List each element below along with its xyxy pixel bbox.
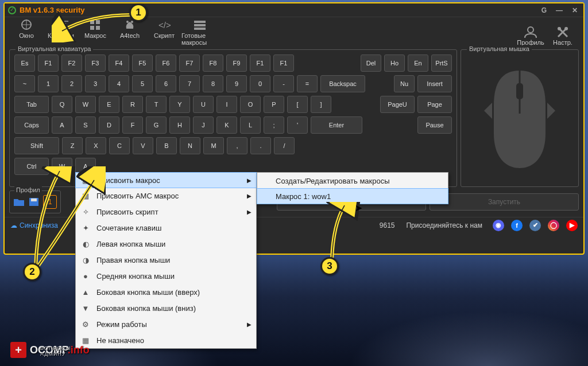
key-9[interactable]: 9 [226,75,247,92]
key-f7[interactable]: F7 [179,54,200,72]
save-icon[interactable] [28,197,40,207]
key-[[interactable]: [ [287,96,308,113]
key-5[interactable]: 5 [132,75,153,92]
key-n[interactable]: N [180,137,200,154]
help-button[interactable]: G [539,6,549,14]
key-6[interactable]: 6 [156,75,176,92]
key-~[interactable]: ~ [14,75,35,92]
key-pause[interactable]: Pause [417,116,452,134]
key-x[interactable]: X [86,137,106,154]
menu-item[interactable]: ◑Правая кнопка мыши [76,252,256,268]
key-8[interactable]: 8 [203,75,223,92]
key-f5[interactable]: F5 [132,54,153,72]
key-b[interactable]: B [156,137,177,154]
discord-icon[interactable]: ◉ [493,220,504,231]
settings-button[interactable]: Настр. [547,25,579,46]
key-t[interactable]: T [146,96,167,113]
key-,[interactable]: , [227,137,247,154]
key-o[interactable]: O [240,96,261,113]
key-u[interactable]: U [193,96,214,113]
script-button[interactable]: </>Скрипт [147,18,181,46]
youtube-icon[interactable]: ▶ [566,220,578,231]
key-prts[interactable]: PrtS [431,54,452,72]
key-c[interactable]: C [109,137,130,154]
key-ctrl[interactable]: Ctrl [14,158,49,175]
menu-item[interactable]: ◐Левая кнопка мыши [76,236,256,252]
key-g[interactable]: G [146,116,167,134]
profile-number[interactable]: 1 [43,195,57,209]
key-'[interactable]: ' [287,116,308,134]
key-insert[interactable]: Insert [417,75,452,92]
key-4[interactable]: 4 [109,75,129,92]
key-f[interactable]: F [122,116,143,134]
key-=[interactable]: = [297,75,318,92]
key-nu[interactable]: Nu [394,75,415,92]
macro-button[interactable]: Макрос [78,18,113,46]
key-w[interactable]: W [75,96,96,113]
menu-item[interactable]: ✦Сочетание клавиш [76,220,256,236]
key--[interactable]: - [273,75,294,92]
key-pageu[interactable]: PageU [380,96,415,113]
key-f1[interactable]: F1 [250,54,270,72]
facebook-icon[interactable]: f [511,220,523,231]
key-f9[interactable]: F9 [226,54,247,72]
key-j[interactable]: J [193,116,214,134]
mouse-graphic[interactable] [474,59,566,174]
sync-link[interactable]: ☁ Синхрониза [10,221,58,229]
key-r[interactable]: R [122,96,143,113]
menu-item[interactable]: ✧Присвоить скрипт▶ [76,204,256,220]
key-shift[interactable]: Shift [14,137,59,154]
key-y[interactable]: Y [169,96,190,113]
key-3[interactable]: 3 [85,75,106,92]
menu-item[interactable]: ●Средняя кнопка мыши [76,268,256,284]
key-v[interactable]: V [133,137,153,154]
key-f6[interactable]: F6 [156,54,176,72]
ready-macros-button[interactable]: Готовые макросы [181,18,218,46]
key-es[interactable]: Es [14,54,35,72]
menu-item[interactable]: ▲Боковая кнопка мыши (вверх) [76,284,256,300]
key-d[interactable]: D [99,116,119,134]
menu-item[interactable]: ⚙Режим работы▶ [76,316,256,332]
menu-item[interactable]: ▦Не назначено [76,332,256,348]
key-f1[interactable]: F1 [38,54,59,72]
key-f4[interactable]: F4 [109,54,129,72]
key-page[interactable]: Page [417,96,452,113]
key-p[interactable]: P [264,96,284,113]
key-m[interactable]: M [203,137,224,154]
menu-item[interactable]: ▦Присвоить макрос▶ [75,172,257,188]
submenu-item[interactable]: Макрос 1: wow1 [257,188,448,204]
key-z[interactable]: Z [62,137,83,154]
key-/[interactable]: / [274,137,295,154]
key-enter[interactable]: Enter [311,116,362,134]
key-s[interactable]: S [75,116,96,134]
key-;[interactable]: ; [264,116,284,134]
key-l[interactable]: L [240,116,261,134]
key-f1[interactable]: F1 [273,54,294,72]
keys-button[interactable]: Клавиши [44,18,78,46]
key-tab[interactable]: Tab [14,96,49,113]
instagram-icon[interactable]: ◯ [548,220,559,231]
folder-icon[interactable] [13,197,25,207]
key-del[interactable]: Del [361,54,381,72]
key-e[interactable]: E [99,96,119,113]
key-0[interactable]: 0 [250,75,270,92]
vk-icon[interactable]: ✔ [529,220,541,231]
key-1[interactable]: 1 [38,75,59,92]
menu-item[interactable]: ▦Присвоить AMC макрос▶ [76,188,256,204]
key-.[interactable]: . [250,137,271,154]
key-caps[interactable]: Caps [14,116,49,134]
key-h[interactable]: H [169,116,190,134]
key-en[interactable]: En [408,54,428,72]
key-7[interactable]: 7 [179,75,200,92]
window-button[interactable]: Окно [9,18,44,46]
close-button[interactable]: ✕ [570,6,580,14]
key-][interactable]: ] [311,96,331,113]
key-ho[interactable]: Ho [384,54,405,72]
key-f3[interactable]: F3 [85,54,106,72]
minimize-button[interactable]: — [554,6,565,14]
menu-item[interactable]: ▼Боковая кнопка мыши (вниз) [76,300,256,316]
key-q[interactable]: Q [52,96,72,113]
key-a[interactable]: A [52,116,72,134]
submenu-item[interactable]: Создать/Редактировать макросы [257,173,448,189]
key-k[interactable]: K [216,116,237,134]
